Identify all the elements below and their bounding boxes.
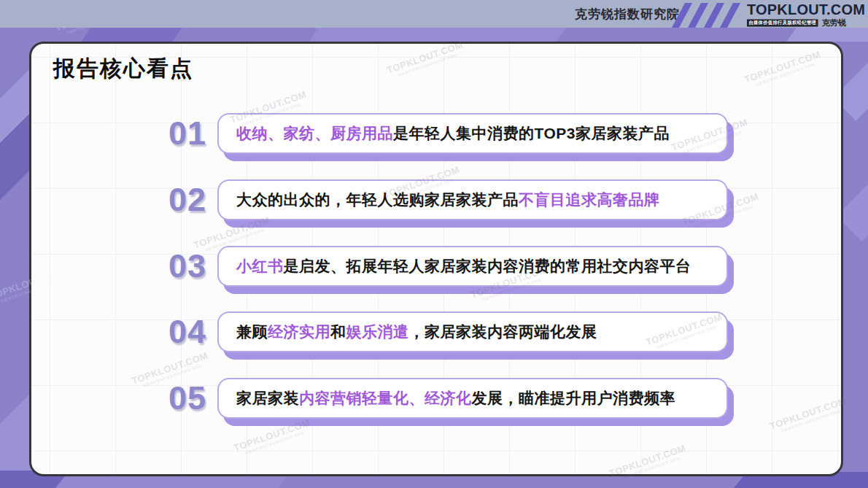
item-text-highlight: 不盲目追求高奢品牌: [519, 190, 660, 210]
logo-subline: 自媒体价值排行及版权经纪管理 克劳锐: [747, 18, 862, 28]
background-stripe: [309, 28, 566, 42]
item-row: 03小红书是启发、拓展年轻人家居家装内容消费的常用社交内容平台: [31, 246, 841, 287]
page-title: 报告核心看点: [53, 54, 193, 84]
item-number: 05: [163, 379, 212, 417]
item-row: 05家居家装内容营销轻量化、经济化发展，瞄准提升用户消费频率: [31, 378, 841, 419]
logo-wordmark: TOPKLOUT.COM: [747, 2, 862, 17]
item-number: 03: [163, 247, 212, 285]
slash-icon: [720, 3, 740, 28]
item-text: 发展，瞄准提升用户消费频率: [472, 388, 676, 408]
item-row: 01收纳、家纺、厨房用品是年轻人集中消费的TOP3家居家装产品: [31, 113, 841, 154]
item-text: 和: [330, 322, 346, 342]
item-number: 04: [163, 313, 212, 351]
slashes-decoration: [678, 3, 734, 28]
slide-background: 克劳锐指数研究院 TOPKLOUT.COM 自媒体价值排行及版权经纪管理 克劳锐…: [0, 0, 868, 488]
item-text: 家居家装: [236, 388, 299, 408]
item-pill: 大众的出众的，年轻人选购家居家装产品不盲目追求高奢品牌: [217, 179, 728, 220]
item-number: 01: [163, 115, 212, 152]
item-row: 02大众的出众的，年轻人选购家居家装产品不盲目追求高奢品牌: [31, 179, 841, 220]
item-text: 是年轻人集中消费的TOP3家居家装产品: [393, 123, 670, 144]
item-text: ，家居家装内容两端化发展: [409, 322, 597, 342]
brand-logo: TOPKLOUT.COM 自媒体价值排行及版权经纪管理 克劳锐: [747, 2, 862, 28]
logo-tagline: 自媒体价值排行及版权经纪管理: [747, 19, 818, 26]
item-pill: 家居家装内容营销轻量化、经济化发展，瞄准提升用户消费频率: [217, 378, 728, 419]
institute-name: 克劳锐指数研究院: [575, 6, 680, 23]
item-text: 大众的出众的，年轻人选购家居家装产品: [236, 190, 519, 210]
slide-card: 报告核心看点 01收纳、家纺、厨房用品是年轻人集中消费的TOP3家居家装产品02…: [29, 42, 843, 476]
item-pill: 收纳、家纺、厨房用品是年轻人集中消费的TOP3家居家装产品: [217, 113, 728, 154]
item-pill: 兼顾经济实用和娱乐消遣，家居家装内容两端化发展: [217, 311, 728, 352]
logo-brand-name: 克劳锐: [822, 18, 846, 28]
item-text: 兼顾: [236, 322, 268, 342]
item-text-highlight: 小红书: [236, 256, 284, 276]
item-text-highlight: 娱乐消遣: [346, 322, 409, 342]
item-text: 是启发、拓展年轻人家居家装内容消费的常用社交内容平台: [284, 256, 691, 276]
item-pill: 小红书是启发、拓展年轻人家居家装内容消费的常用社交内容平台: [217, 246, 728, 287]
item-text-highlight: 内容营销轻量化、经济化: [299, 388, 472, 408]
background-stripe: [786, 28, 868, 42]
item-number: 02: [163, 181, 212, 219]
item-text-highlight: 经济实用: [268, 322, 330, 342]
background-stripe: [81, 28, 182, 42]
header-bar: 克劳锐指数研究院 TOPKLOUT.COM 自媒体价值排行及版权经纪管理 克劳锐: [0, 0, 868, 28]
item-text-highlight: 收纳、家纺、厨房用品: [236, 123, 393, 144]
item-row: 04兼顾经济实用和娱乐消遣，家居家装内容两端化发展: [31, 311, 841, 352]
